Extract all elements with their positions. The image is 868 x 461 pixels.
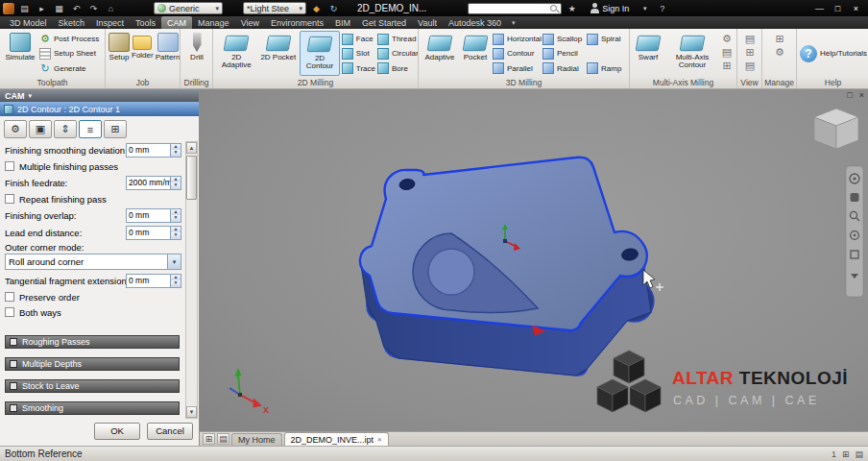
tab-tool[interactable]: ⚙ [4,120,27,138]
cancel-button[interactable]: Cancel [147,423,193,440]
spin-down-icon[interactable]: ▼ [171,215,181,222]
ribbon-item-generate[interactable]: ↻ Generate [39,61,99,76]
ribbon-item-2d-adaptive[interactable]: 2D Adaptive [216,31,257,76]
tab-manage[interactable]: Manage [192,16,235,29]
ribbon-group-label[interactable]: Toolpath [0,76,105,88]
lead-end-distance-input[interactable]: 0 mm ▲▼ [126,226,181,240]
help-icon[interactable]: ? [655,2,669,14]
ribbon-item-horizontal[interactable]: Horizontal [493,32,541,46]
tangential-fragment-extension-input[interactable]: 0 mm ▲▼ [126,274,181,288]
navigation-bar[interactable] [846,166,863,297]
tab-cam[interactable]: CAM [161,16,192,29]
ribbon-item-trace[interactable]: Trace [342,61,375,76]
spin-down-icon[interactable]: ▼ [171,280,181,287]
view-option-icon[interactable]: ▤ [744,33,756,44]
multiple-finishing-passes-checkbox[interactable] [5,161,14,171]
ribbon-group-label[interactable]: Job [106,76,180,88]
tile-windows-icon[interactable]: ⊞ [203,433,215,445]
scrollbar-thumb[interactable] [186,156,197,200]
section-smoothing[interactable]: Smoothing [5,401,180,415]
new-document-icon[interactable]: ▤ [17,2,32,14]
ribbon-group-label[interactable]: Multi-Axis Milling [630,76,736,88]
favorites-icon[interactable]: ★ [565,2,579,14]
options-chevron-icon[interactable]: ▾ [638,2,652,14]
spin-down-icon[interactable]: ▼ [171,182,181,189]
minimize-button[interactable]: — [810,1,829,15]
tab-autodesk-360[interactable]: Autodesk 360 [443,16,507,29]
ribbon-item-help-tutorials[interactable]: ? Help/Tutorials [800,46,867,61]
ribbon-group-label[interactable]: View [737,76,761,88]
ribbon-options-chevron-icon[interactable]: ▾ [507,16,520,29]
ribbon-item-contour[interactable]: Contour [493,46,541,61]
ribbon-item-ramp[interactable]: Ramp [587,61,625,76]
multi-axis-option-icon[interactable]: ⊞ [721,60,733,71]
cam-panel-header[interactable]: CAM ▾ [0,89,199,102]
close-window-icon[interactable]: × [859,90,864,100]
ribbon-group-label[interactable]: 3D Milling [419,76,629,88]
tab-document[interactable]: 2D_DEMO_INVE...ipt × [284,432,389,446]
undo-icon[interactable]: ↶ [69,2,84,14]
ribbon-item-spiral[interactable]: Spiral [587,32,625,46]
close-tab-icon[interactable]: × [377,435,382,444]
scroll-up-icon[interactable]: ▲ [186,142,197,154]
ribbon-item-pattern[interactable]: Pattern [156,31,180,76]
section-checkbox[interactable] [10,360,17,368]
tab-view[interactable]: View [235,16,265,29]
generic-material-dropdown[interactable]: Generic ▾ [154,2,223,14]
ribbon-item-post-process[interactable]: ⚙ Post Process [39,32,99,46]
maximize-button[interactable]: □ [829,1,847,15]
ribbon-group-label[interactable]: Help [797,76,868,88]
ribbon-item-setup[interactable]: Setup [108,31,130,76]
tab-3d-model[interactable]: 3D Model [4,16,53,29]
finish-feedrate-input[interactable]: 2000 mm/m ▲▼ [126,176,181,190]
both-ways-checkbox[interactable] [5,307,14,317]
model-viewport[interactable]: X [200,89,868,431]
finishing-overlap-input[interactable]: 0 mm ▲▼ [126,208,181,223]
ribbon-item-2d-pocket[interactable]: 2D Pocket [259,31,299,76]
form-scrollbar[interactable]: ▲ ▼ [185,141,198,419]
ribbon-item-swarf[interactable]: Swarf [633,31,663,76]
tab-get-started[interactable]: Get Started [356,16,412,29]
view-option-icon[interactable]: ⊞ [744,46,756,58]
ribbon-item-bore[interactable]: Bore [377,61,416,76]
restore-window-icon[interactable]: □ [847,90,852,100]
repeat-finishing-pass-checkbox[interactable] [5,194,14,204]
ribbon-item-folder[interactable]: Folder [132,31,154,76]
section-checkbox[interactable] [10,404,17,412]
ribbon-item-parallel[interactable]: Parallel [493,61,541,76]
ribbon-item-setup-sheet[interactable]: Setup Sheet [39,46,99,61]
tab-my-home[interactable]: My Home [231,433,282,446]
list-view-icon[interactable]: ▤ [855,449,863,459]
view-cube[interactable] [814,109,858,149]
ok-button[interactable]: OK [94,423,140,440]
section-roughing-passes[interactable]: Roughing Passes [5,335,180,349]
open-icon[interactable]: ▸ [35,2,49,14]
inventor-app-icon[interactable] [3,3,14,14]
spin-down-icon[interactable]: ▼ [171,232,181,239]
scrollbar-track[interactable] [186,154,197,406]
ribbon-group-label[interactable]: Manage [762,76,796,88]
tab-geometry[interactable]: ▣ [29,120,52,138]
ribbon-item-scallop[interactable]: Scallop [542,32,585,46]
section-stock-to-leave[interactable]: Stock to Leave [5,379,180,393]
manage-option-icon[interactable]: ⊞ [774,33,785,44]
tab-vault[interactable]: Vault [412,16,443,29]
grid-view-icon[interactable]: ⊞ [842,449,850,459]
ribbon-item-circular[interactable]: Circular [377,46,416,61]
ribbon-item-pencil[interactable]: Pencil [542,46,585,61]
help-search-box[interactable] [468,3,562,14]
ribbon-item-adaptive[interactable]: Adaptive [422,31,458,76]
section-checkbox[interactable] [10,382,17,390]
spin-down-icon[interactable]: ▼ [171,150,181,157]
ribbon-group-label[interactable]: 2D Milling [213,76,418,88]
pan-icon[interactable] [851,193,859,202]
scroll-down-icon[interactable]: ▼ [186,406,197,418]
ribbon-item-face[interactable]: Face [342,32,375,46]
sign-in-link[interactable]: Sign In [602,4,629,13]
multi-axis-option-icon[interactable]: ⚙ [721,33,733,44]
tab-passes[interactable]: ≡ [79,120,102,138]
appearance-dropdown[interactable]: *Light Stee ▾ [243,2,306,14]
search-icon[interactable] [549,4,559,13]
tab-inspect[interactable]: Inspect [90,16,130,29]
ribbon-item-radial[interactable]: Radial [542,61,585,76]
